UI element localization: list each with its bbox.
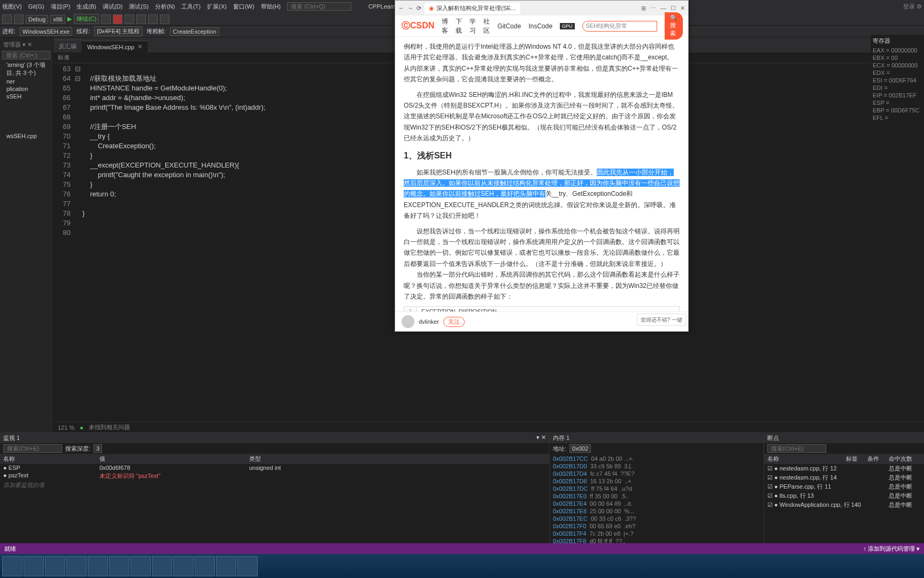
col-name[interactable]: 名称 xyxy=(3,455,99,463)
step-out-icon[interactable] xyxy=(160,14,170,24)
task-icon[interactable] xyxy=(195,556,215,576)
restart-icon[interactable] xyxy=(125,14,134,24)
process-label: 进程: xyxy=(2,27,16,35)
nav-back-icon[interactable]: ← xyxy=(398,5,404,11)
close-icon[interactable]: ✕ xyxy=(137,43,142,50)
bp-row[interactable]: ☑ ● tls.cpp, 行 13总是中断 xyxy=(764,491,924,500)
task-icon[interactable] xyxy=(173,556,194,576)
task-icon[interactable] xyxy=(66,556,87,576)
task-icon[interactable] xyxy=(24,556,44,576)
menu-analyze[interactable]: 分析(N) xyxy=(155,3,175,11)
browser-tab[interactable]: ◉深入解析结构化异常处理(SE... xyxy=(425,3,520,14)
close-icon[interactable]: ✕ xyxy=(680,5,685,12)
addr-input[interactable]: 0x002 xyxy=(569,444,591,453)
nav-blog[interactable]: 博客 xyxy=(442,17,448,35)
tree-item[interactable]: plication xyxy=(2,85,51,93)
watch-add[interactable]: 添加要监视的项 xyxy=(0,481,549,490)
task-icon[interactable] xyxy=(109,556,129,576)
menu-view[interactable]: 视图(V) xyxy=(2,3,22,11)
menu-project[interactable]: 项目(P) xyxy=(51,3,71,11)
watch-row[interactable]: ● ESP 0x00d6f678 unsigned int xyxy=(0,464,549,471)
status-ready: 就绪 xyxy=(4,545,16,553)
browser-chrome: ← → ⟳ ◉深入解析结构化异常处理(SE... ⊞ ⋯ — ☐ ✕ xyxy=(395,1,688,16)
source-control-link[interactable]: ↑ 添加到源代码管理 ▾ xyxy=(863,545,920,553)
pause-icon[interactable] xyxy=(101,14,111,24)
tab-source[interactable]: WindowsSEH.cpp✕ xyxy=(82,41,148,52)
task-icon[interactable] xyxy=(237,556,258,576)
avatar[interactable] xyxy=(402,315,414,328)
solution-node[interactable]: 'arning' (3 个项目, 共 3 个) xyxy=(2,60,51,78)
maximize-icon[interactable]: ☐ xyxy=(671,5,676,12)
menu-help[interactable]: 帮助(H) xyxy=(261,3,281,11)
tree-item[interactable]: wsSEH.cpp xyxy=(2,132,51,140)
depth-combo[interactable]: 3 xyxy=(94,444,102,453)
nav-community[interactable]: 社区 xyxy=(483,17,490,35)
task-icon[interactable] xyxy=(216,556,236,576)
bp-col-cond[interactable]: 标签 xyxy=(846,455,867,463)
col-type[interactable]: 类型 xyxy=(249,455,546,463)
zoom-level[interactable]: 121 % xyxy=(58,424,74,431)
register-row: EIP = 002B17EF ESP = xyxy=(873,92,922,107)
thread-combo[interactable]: [0x4FE4] 主线程 xyxy=(94,26,142,36)
follow-button[interactable]: 关注 xyxy=(443,317,465,327)
task-icon[interactable] xyxy=(130,556,151,576)
signin-link[interactable]: 登录 ⚙ xyxy=(903,3,922,11)
nav-gitcode[interactable]: GitCode xyxy=(497,22,521,30)
stop-icon[interactable] xyxy=(113,14,122,24)
bp-row[interactable]: ☑ ● PEParse.cpp, 行 11总是中断 xyxy=(764,482,924,491)
frame-combo[interactable]: CreateException xyxy=(170,27,219,36)
bp-row[interactable]: ☑ ● nestedasm.cpp, 行 12总是中断 xyxy=(764,464,924,473)
tree-item[interactable]: sSEH xyxy=(2,93,51,100)
author-name[interactable]: dvlinker xyxy=(419,318,439,325)
extensions-icon[interactable]: ⊞ xyxy=(641,5,646,12)
col-value[interactable]: 值 xyxy=(99,455,249,463)
bp-row[interactable]: ☑ ● WindowApplication.cpp, 行 140总是中断 xyxy=(764,500,924,509)
watch-search[interactable] xyxy=(3,444,62,453)
task-icon[interactable] xyxy=(88,556,108,576)
solution-search[interactable] xyxy=(2,51,50,59)
nav-download[interactable]: 下载 xyxy=(456,17,462,35)
menu-window[interactable]: 窗口(W) xyxy=(233,3,255,11)
menu-build[interactable]: 生成(B) xyxy=(76,3,96,11)
nav-inscode[interactable]: InsCode xyxy=(528,22,552,30)
task-icon[interactable] xyxy=(152,556,172,576)
step-over-icon[interactable] xyxy=(136,14,146,24)
platform-combo[interactable]: x86 xyxy=(50,15,65,24)
nav-fwd-icon[interactable] xyxy=(14,14,24,24)
minimize-icon[interactable]: — xyxy=(660,5,666,12)
menu-tools[interactable]: 工具(T) xyxy=(181,3,201,11)
menu-test[interactable]: 测试(S) xyxy=(129,3,149,11)
process-combo[interactable]: WindowsSEH.exe xyxy=(20,27,72,36)
search-input[interactable] xyxy=(287,2,351,11)
nav-learn[interactable]: 学习 xyxy=(469,17,476,35)
memory-title: 内存 1 xyxy=(553,434,569,442)
bp-col-hit[interactable]: 命中次数 xyxy=(889,455,921,463)
csdn-logo[interactable]: ⒸCSDN xyxy=(402,20,434,32)
task-icon[interactable] xyxy=(45,556,65,576)
csdn-search-input[interactable] xyxy=(582,21,657,32)
bp-row[interactable]: ☑ ● nestedasm.cpp, 行 14总是中断 xyxy=(764,473,924,482)
config-combo[interactable]: Debug xyxy=(26,15,48,24)
bp-col-name[interactable]: 名称 xyxy=(767,455,846,463)
reload-icon[interactable]: ⟳ xyxy=(417,5,421,12)
watch-row[interactable]: ● pszText 未定义标识符 "pszText" xyxy=(0,471,549,481)
start-icon[interactable] xyxy=(2,556,22,576)
bp-search[interactable] xyxy=(767,444,826,453)
crumb-left[interactable]: 标准 xyxy=(58,54,70,62)
continue-button[interactable]: 继续(C) xyxy=(74,14,99,24)
menu-git[interactable]: Git(G) xyxy=(28,3,44,10)
status-bar: 就绪 ↑ 添加到源代码管理 ▾ xyxy=(0,543,924,554)
menu-icon[interactable]: ⋯ xyxy=(650,5,656,12)
csdn-search-button[interactable]: 🔍 搜索 xyxy=(665,12,683,40)
tree-item[interactable]: ner xyxy=(2,78,51,85)
panel-controls[interactable]: ▾ ✕ xyxy=(536,434,546,442)
bp-col-cond2[interactable]: 条件 xyxy=(867,455,889,463)
menu-ext[interactable]: 扩展(X) xyxy=(207,3,227,11)
login-link[interactable]: 登录 xyxy=(690,17,697,35)
nav-fwd-icon[interactable]: → xyxy=(407,5,413,11)
tab-disasm[interactable]: 反汇编 xyxy=(53,40,82,52)
menu-debug[interactable]: 调试(D) xyxy=(103,3,122,11)
nav-back-icon[interactable] xyxy=(2,14,12,24)
solution-explorer-header: 管理器 ▾ ✕ xyxy=(2,40,51,50)
step-into-icon[interactable] xyxy=(148,14,158,24)
